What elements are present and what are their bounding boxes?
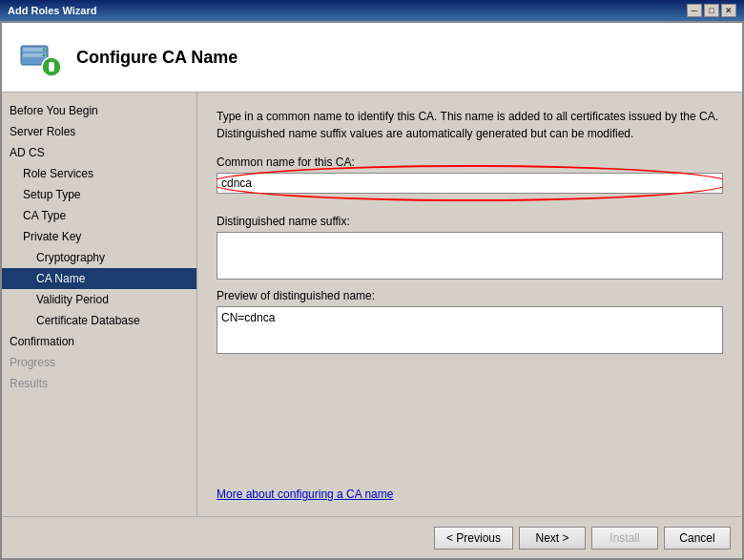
spacer-1	[217, 197, 723, 215]
minimize-button[interactable]: ─	[687, 4, 702, 17]
sidebar-item-before-you-begin[interactable]: Before You Begin	[2, 100, 196, 121]
wizard-header: Configure CA Name	[2, 23, 742, 93]
title-bar: Add Roles Wizard ─ □ ✕	[0, 0, 744, 21]
sidebar-item-validity-period[interactable]: Validity Period	[2, 289, 196, 310]
wizard-footer: < Previous Next > Install Cancel	[2, 516, 742, 558]
sidebar-item-progress: Progress	[2, 352, 196, 373]
svg-rect-2	[23, 53, 46, 57]
wizard-window: Configure CA Name Before You Begin Serve…	[0, 21, 744, 560]
sidebar-item-setup-type[interactable]: Setup Type	[2, 184, 196, 205]
preview-label: Preview of distinguished name:	[217, 289, 723, 302]
wizard-title: Configure CA Name	[76, 48, 238, 68]
svg-rect-1	[23, 48, 46, 52]
common-name-label: Common name for this CA:	[217, 156, 723, 169]
close-button[interactable]: ✕	[721, 4, 736, 17]
svg-point-3	[43, 49, 46, 52]
sidebar-item-private-key[interactable]: Private Key	[2, 226, 196, 247]
previous-button[interactable]: < Previous	[434, 527, 513, 550]
wizard-header-icon	[17, 34, 63, 80]
common-name-input[interactable]	[217, 173, 723, 194]
sidebar-item-cryptography[interactable]: Cryptography	[2, 247, 196, 268]
sidebar-item-ad-cs[interactable]: AD CS	[2, 142, 196, 163]
maximize-button[interactable]: □	[704, 4, 719, 17]
next-button[interactable]: Next >	[519, 527, 586, 550]
title-bar-controls: ─ □ ✕	[687, 4, 736, 17]
description-text: Type in a common name to identify this C…	[217, 108, 723, 142]
install-button[interactable]: Install	[591, 527, 658, 550]
cancel-button[interactable]: Cancel	[664, 527, 731, 550]
preview-value: CN=cdnca	[221, 311, 275, 324]
svg-point-4	[43, 54, 46, 57]
common-name-input-wrapper	[217, 173, 723, 194]
more-link[interactable]: More about configuring a CA name	[217, 476, 723, 501]
wizard-nav: Before You Begin Server Roles AD CS Role…	[2, 93, 197, 516]
sidebar-item-results: Results	[2, 373, 196, 394]
header-icon-svg	[17, 34, 63, 80]
distinguished-suffix-input[interactable]	[217, 232, 723, 280]
sidebar-item-ca-name[interactable]: CA Name	[2, 268, 196, 289]
distinguished-suffix-label: Distinguished name suffix:	[217, 215, 723, 228]
wizard-body: Before You Begin Server Roles AD CS Role…	[2, 93, 742, 516]
preview-box: CN=cdnca	[217, 306, 723, 354]
sidebar-item-role-services[interactable]: Role Services	[2, 163, 196, 184]
title-bar-text: Add Roles Wizard	[8, 5, 96, 16]
sidebar-item-ca-type[interactable]: CA Type	[2, 205, 196, 226]
svg-rect-7	[50, 62, 54, 72]
sidebar-item-server-roles[interactable]: Server Roles	[2, 121, 196, 142]
content-scroll: Type in a common name to identify this C…	[217, 108, 723, 501]
common-name-field-group: Common name for this CA:	[217, 156, 723, 194]
wizard-content: Type in a common name to identify this C…	[197, 93, 742, 516]
sidebar-item-certificate-database[interactable]: Certificate Database	[2, 310, 196, 331]
content-spacer	[217, 354, 723, 476]
sidebar-item-confirmation[interactable]: Confirmation	[2, 331, 196, 352]
